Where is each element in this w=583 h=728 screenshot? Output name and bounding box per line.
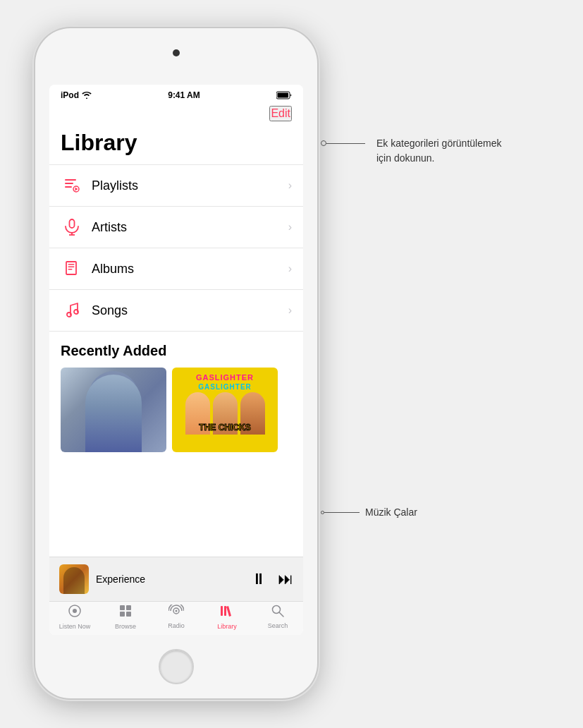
songs-label: Songs: [92, 303, 288, 318]
tab-radio[interactable]: Radio: [151, 605, 202, 629]
edit-callout: Ek kategorileri görüntülemek için dokunu…: [321, 136, 562, 166]
album-2-text-gaslighter1: GASLIGHTER: [196, 373, 254, 382]
edit-button[interactable]: Edit: [269, 106, 292, 121]
now-playing-controls: ⏸ ⏭: [251, 570, 293, 588]
device-screen: iPod 9:41 AM Edit: [49, 85, 303, 635]
now-playing-thumbnail: [59, 564, 89, 594]
microphone-icon: [61, 216, 83, 238]
status-bar: iPod 9:41 AM: [49, 85, 303, 103]
now-playing-bar[interactable]: Experience ⏸ ⏭: [49, 557, 303, 601]
album-2-text-thechicks: THE CHICKS: [199, 423, 250, 432]
listen-now-label: Listen Now: [59, 623, 91, 630]
radio-icon: [168, 605, 184, 621]
recently-added-section: Recently Added GASLIGHTER GASLIGHTER: [49, 332, 303, 458]
tab-listen-now[interactable]: Listen Now: [49, 604, 100, 630]
device-shell: iPod 9:41 AM Edit: [35, 28, 317, 698]
status-left: iPod: [61, 90, 92, 100]
svg-rect-1: [277, 93, 288, 98]
svg-point-16: [73, 609, 77, 613]
recently-added-heading: Recently Added: [61, 343, 292, 359]
status-time: 9:41 AM: [168, 90, 200, 100]
forward-button[interactable]: ⏭: [278, 570, 293, 588]
svg-rect-6: [70, 219, 75, 228]
album-1-figure: [85, 375, 142, 452]
menu-item-playlists[interactable]: Playlists ›: [49, 165, 303, 207]
tab-browse[interactable]: Browse: [100, 604, 151, 630]
menu-item-artists[interactable]: Artists ›: [49, 207, 303, 248]
svg-rect-11: [68, 267, 75, 268]
playlists-label: Playlists: [92, 178, 288, 193]
pause-button[interactable]: ⏸: [251, 570, 266, 588]
albums-label: Albums: [92, 262, 288, 277]
device-camera: [173, 49, 180, 56]
menu-item-albums[interactable]: Albums ›: [49, 248, 303, 290]
search-label: Search: [268, 622, 288, 629]
radio-label: Radio: [168, 622, 185, 629]
playlists-chevron: ›: [288, 179, 292, 192]
svg-line-25: [279, 612, 283, 617]
svg-rect-20: [126, 612, 131, 617]
listen-now-icon: [68, 604, 82, 621]
thumb-figure: [63, 567, 85, 594]
browse-icon: [118, 604, 133, 621]
svg-rect-17: [120, 605, 125, 610]
tab-bar: Listen Now Browse: [49, 601, 303, 635]
svg-rect-12: [68, 269, 73, 270]
svg-rect-2: [65, 179, 76, 181]
music-player-callout: Müzik Çalar: [321, 506, 562, 518]
svg-point-21: [176, 610, 178, 612]
page-title: Library: [61, 130, 292, 156]
album-icon: [61, 257, 83, 280]
browse-label: Browse: [115, 623, 136, 630]
album-2-text-gaslighter2: GASLIGHTER: [198, 383, 252, 391]
albums-chevron: ›: [288, 262, 292, 275]
now-playing-title: Experience: [96, 574, 251, 585]
library-title-section: Library: [49, 124, 303, 164]
album-cover-1[interactable]: [61, 368, 166, 452]
carrier-label: iPod: [61, 90, 79, 100]
svg-rect-4: [65, 186, 72, 188]
search-icon: [271, 605, 284, 621]
battery-icon: [276, 91, 292, 99]
playlist-icon: [61, 174, 83, 197]
artists-label: Artists: [92, 220, 288, 235]
svg-rect-18: [126, 605, 131, 610]
artists-chevron: ›: [288, 221, 292, 233]
album-cover-2[interactable]: GASLIGHTER GASLIGHTER THE CHICKS: [172, 368, 278, 452]
edit-callout-line: [321, 140, 365, 146]
svg-rect-22: [221, 606, 223, 616]
svg-rect-10: [68, 264, 75, 265]
songs-chevron: ›: [288, 304, 292, 317]
svg-rect-3: [65, 183, 73, 184]
library-label: Library: [217, 623, 237, 630]
album-grid: GASLIGHTER GASLIGHTER THE CHICKS: [61, 368, 292, 452]
status-right: [276, 91, 292, 99]
nav-header: Edit: [49, 103, 303, 124]
svg-rect-19: [120, 612, 125, 617]
svg-rect-9: [66, 262, 76, 274]
music-player-callout-text: Müzik Çalar: [365, 506, 417, 518]
tab-search[interactable]: Search: [252, 605, 303, 629]
music-note-icon: [61, 299, 83, 322]
library-menu: Playlists › Artists ›: [49, 164, 303, 332]
svg-rect-23: [224, 606, 226, 616]
tab-library[interactable]: Library: [202, 604, 252, 630]
now-playing-info: Experience: [96, 574, 251, 585]
wifi-icon: [82, 92, 92, 99]
library-icon: [220, 604, 234, 621]
edit-callout-text: Ek kategorileri görüntülemek için dokunu…: [376, 136, 517, 166]
menu-item-songs[interactable]: Songs ›: [49, 290, 303, 332]
home-button[interactable]: [159, 649, 194, 684]
